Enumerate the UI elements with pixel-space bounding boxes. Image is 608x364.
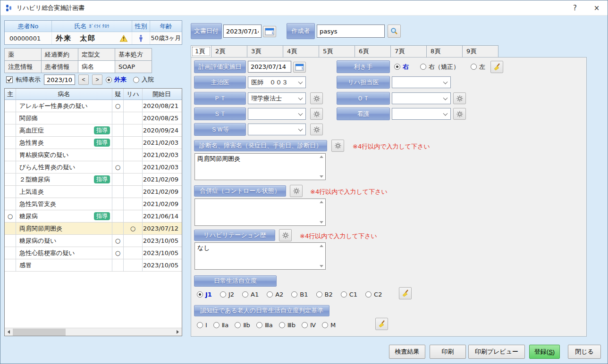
left-tab-経過要約[interactable]: 経過要約 (41, 48, 78, 61)
prev-month-button[interactable]: < (78, 74, 89, 85)
scroll-right-icon[interactable] (174, 328, 182, 336)
ot-select[interactable] (392, 92, 451, 104)
close-button[interactable]: 閉じる (568, 345, 601, 359)
ot-gear-icon[interactable] (453, 92, 466, 104)
reha-history-scrollbar[interactable] (318, 243, 325, 269)
left-tab-定型文[interactable]: 定型文 (78, 48, 115, 61)
disease-row[interactable]: 胃粘膜病変の疑い2021/02/03 (5, 149, 182, 161)
complication-textarea[interactable] (195, 199, 318, 225)
print-button[interactable]: 印刷 (430, 345, 466, 359)
radio-入院[interactable]: 入院 (133, 75, 154, 84)
radio-A1[interactable]: A1 (242, 291, 259, 298)
complication-scrollbar[interactable] (318, 199, 325, 225)
complication-gear-icon[interactable] (290, 185, 303, 197)
page-tab-2[interactable]: 2頁 (211, 45, 247, 58)
reha-history-gear-icon[interactable] (279, 229, 292, 241)
page-tab-5[interactable]: 5頁 (319, 45, 355, 58)
plan-date-calendar-icon[interactable]: 1 (293, 62, 306, 73)
radio-Ⅰ[interactable]: Ⅰ (197, 322, 207, 329)
st-select[interactable] (248, 108, 306, 120)
left-tab-患者情報[interactable]: 患者情報 (41, 60, 78, 73)
radio-C2[interactable]: C2 (365, 291, 382, 298)
left-tab-基本処方[interactable]: 基本処方 (115, 48, 152, 61)
close-window-button[interactable]: × (586, 0, 608, 15)
radio-Ⅱa[interactable]: Ⅱa (213, 322, 228, 329)
radio-右[interactable]: 右 (394, 63, 409, 71)
scroll-left-icon[interactable] (5, 328, 13, 336)
page-tab-9[interactable]: 9頁 (462, 45, 498, 58)
attending-doctor-select[interactable]: 医師 ００３ (248, 76, 306, 88)
radio-B2[interactable]: B2 (316, 291, 333, 298)
radio-Ⅲb[interactable]: Ⅲb (279, 322, 296, 329)
doc-date-input[interactable] (223, 25, 262, 38)
plan-date-input[interactable] (248, 61, 291, 73)
page-tab-7[interactable]: 7頁 (390, 45, 427, 58)
disease-row[interactable]: びらん性胃炎の疑い○2021/02/03 (5, 161, 182, 174)
disease-row[interactable]: アレルギー性鼻炎の疑い○2020/08/21 (5, 100, 182, 112)
reha-doctor-select[interactable] (392, 76, 451, 88)
author-input[interactable] (317, 25, 385, 38)
disease-row[interactable]: 上気道炎2021/02/09 (5, 186, 182, 198)
doc-date-calendar-icon[interactable]: 1 (263, 26, 276, 37)
left-tab-注意情報[interactable]: 注意情報 (4, 60, 42, 73)
disease-row[interactable]: 急性心筋梗塞の疑い○2023/10/05 (5, 247, 182, 259)
adl-clear-broom-icon[interactable] (399, 287, 412, 299)
next-month-button[interactable]: > (92, 74, 102, 85)
st-gear-icon[interactable] (310, 108, 323, 120)
radio-B1[interactable]: B1 (291, 291, 308, 298)
pt-select[interactable]: 理学療法士 (248, 92, 306, 104)
reha-history-textarea[interactable]: なし (195, 243, 318, 269)
radio-Ⅱb[interactable]: Ⅱb (235, 322, 250, 329)
nurse-gear-icon[interactable] (453, 108, 466, 120)
radio-M[interactable]: M (322, 322, 336, 329)
radio-label: Ⅲb (287, 322, 296, 329)
handedness-clear-broom-icon[interactable] (490, 61, 503, 73)
page-tab-1[interactable]: 1頁 (191, 45, 211, 58)
nurse-select[interactable] (392, 108, 451, 120)
radio-左[interactable]: 左 (471, 63, 485, 71)
disease-row[interactable]: 両肩関節周囲炎○2023/07/12 (5, 223, 182, 235)
outcome-checkbox[interactable] (6, 76, 13, 83)
diagnosis-textarea[interactable]: 両肩関節周囲炎 (195, 154, 318, 180)
pt-label: ＰＴ (194, 92, 246, 105)
disease-row[interactable]: 急性気管支炎2021/02/09 (5, 198, 182, 210)
horizontal-scrollbar[interactable] (5, 328, 182, 336)
page-tab-4[interactable]: 4頁 (283, 45, 319, 58)
dementia-clear-broom-icon[interactable] (375, 318, 388, 330)
left-tab-薬[interactable]: 薬 (4, 48, 42, 61)
radio-外来[interactable]: 外来 (106, 75, 127, 84)
radio-J1[interactable]: J1 (197, 291, 212, 298)
page-tab-3[interactable]: 3頁 (247, 45, 283, 58)
radio-Ⅳ[interactable]: Ⅳ (302, 322, 316, 329)
pt-gear-icon[interactable] (310, 92, 323, 104)
print-preview-button[interactable]: 印刷プレビュー (468, 345, 525, 359)
radio-右（矯正）[interactable]: 右（矯正） (420, 63, 459, 71)
start-date: 2023/10/05 (143, 259, 181, 271)
month-input[interactable] (44, 74, 75, 85)
radio-A2[interactable]: A2 (267, 291, 283, 298)
sw-select[interactable] (248, 124, 306, 135)
diagnosis-gear-icon[interactable] (331, 140, 344, 152)
disease-row[interactable]: 感冒2023/10/05 (5, 259, 182, 272)
test-results-button[interactable]: 検査結果 (389, 345, 425, 359)
scrollbar-thumb[interactable] (13, 329, 66, 336)
sw-gear-icon[interactable] (310, 124, 323, 135)
radio-C1[interactable]: C1 (341, 291, 357, 298)
left-tab-病名[interactable]: 病名 (78, 60, 115, 73)
disease-row[interactable]: ２型糖尿病指導2021/02/09 (5, 174, 182, 186)
author-search-icon[interactable] (388, 25, 401, 38)
warning-icon[interactable]: ! (119, 35, 128, 42)
diagnosis-scrollbar[interactable] (318, 154, 325, 179)
radio-J2[interactable]: J2 (220, 291, 234, 298)
page-tab-6[interactable]: 6頁 (355, 45, 391, 58)
left-tab-SOAP[interactable]: SOAP (115, 60, 152, 73)
help-button[interactable]: ? (564, 0, 586, 15)
disease-row[interactable]: 糖尿病の疑い○2023/10/05 (5, 235, 182, 247)
page-tab-8[interactable]: 8頁 (426, 45, 463, 58)
disease-row[interactable]: 関節痛2020/08/25 (5, 112, 182, 124)
disease-row[interactable]: 急性胃炎指導2021/02/03 (5, 137, 182, 149)
disease-row[interactable]: 高血圧症指導2020/09/24 (5, 124, 182, 137)
register-button[interactable]: 登録(S) (529, 345, 560, 359)
radio-Ⅲa[interactable]: Ⅲa (256, 322, 273, 329)
disease-row[interactable]: ○糖尿病指導2021/06/14 (5, 210, 182, 223)
